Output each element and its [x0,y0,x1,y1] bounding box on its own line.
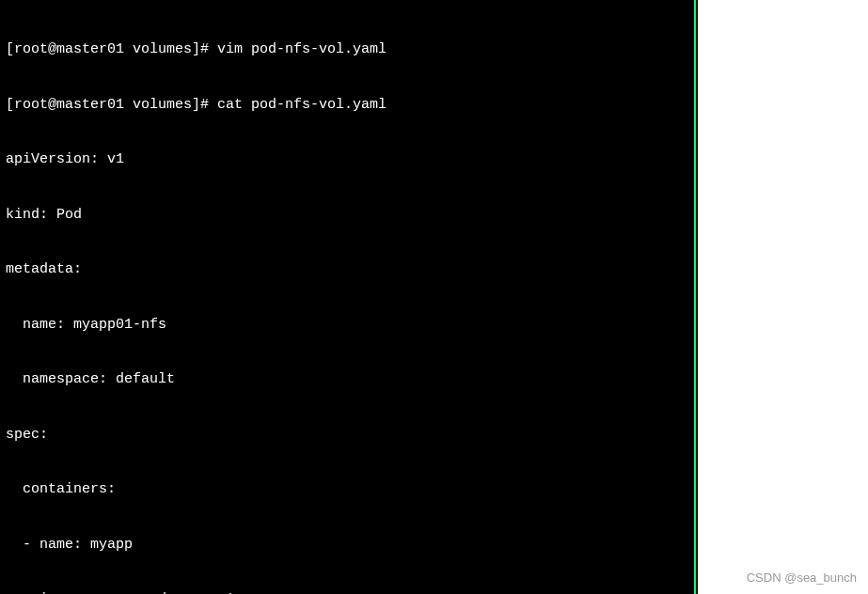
yaml-line: apiVersion: v1 [6,150,688,169]
yaml-line: namespace: default [6,370,688,389]
prompt-line-2: [root@master01 volumes]# cat pod-nfs-vol… [6,96,688,115]
watermark-text: CSDN @sea_bunch [747,571,857,586]
prompt-line-1: [root@master01 volumes]# vim pod-nfs-vol… [6,40,688,59]
yaml-line: - name: myapp [6,536,688,555]
yaml-line: spec: [6,426,688,445]
yaml-line: image: soscscs/myapp:v1 [6,590,688,594]
yaml-line: containers: [6,480,688,499]
terminal-pane[interactable]: [root@master01 volumes]# vim pod-nfs-vol… [0,0,696,594]
side-panel [698,0,868,594]
yaml-line: metadata: [6,260,688,279]
yaml-line: kind: Pod [6,206,688,225]
yaml-line: name: myapp01-nfs [6,316,688,335]
